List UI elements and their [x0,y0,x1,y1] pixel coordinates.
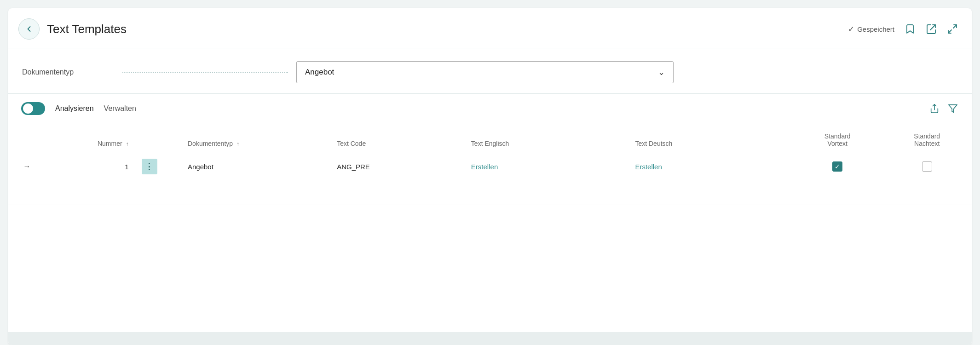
svg-line-1 [953,25,957,28]
toggle-row: Analysieren Verwalten [8,94,972,115]
col-dokumententyp-label: Dokumententyp [188,140,233,147]
col-textcode: Text Code [330,128,465,152]
textdeutsch-link[interactable]: Erstellen [635,163,662,171]
saved-status: ✓ Gespeichert [848,24,894,34]
saved-label: Gespeichert [857,25,894,33]
col-std-nachtext: StandardNachtext [882,128,972,152]
textenglisch-link[interactable]: Erstellen [471,163,498,171]
page-header: Text Templates ✓ Gespeichert [8,8,972,40]
doc-type-label: Dokumententyp [22,68,114,76]
bookmark-button[interactable] [905,23,916,34]
dotted-separator [122,72,288,73]
filter-button[interactable] [948,104,958,114]
col-std-nachtext-label: StandardNachtext [914,132,940,147]
header-actions: ✓ Gespeichert [848,23,958,34]
col-arrow [8,128,46,152]
toggle-active-label: Analysieren [55,104,94,113]
col-std-vortext-label: StandardVortext [824,132,851,147]
check-icon: ✓ [848,24,854,34]
col-textdeutsch: Text Deutsch [628,128,793,152]
row-nummer[interactable]: 1 [46,152,135,181]
row-std-vortext[interactable]: ✓ [793,152,882,181]
col-textenglisch: Text Englisch [465,128,629,152]
back-button[interactable] [18,18,40,40]
row-std-nachtext[interactable] [882,152,972,181]
bottom-bar [8,332,972,345]
col-dokumententyp[interactable]: Dokumententyp ↑ [181,128,330,152]
page-title: Text Templates [47,22,841,36]
row-nav-arrow[interactable]: → [8,152,46,181]
data-table-wrapper: Nummer ↑ Dokumententyp ↑ Text Code Text … [8,128,972,332]
doc-type-value: Angebot [305,68,334,77]
col-textcode-label: Text Code [337,140,366,147]
toggle-switch[interactable] [21,102,45,115]
svg-marker-4 [949,105,957,113]
svg-line-2 [948,30,951,33]
table-row: → 1 ⋮ Angebot ANG_PRE Erstellen [8,152,972,181]
toggle-row-actions [929,104,958,114]
toggle-inactive-label[interactable]: Verwalten [104,104,136,113]
sort-icon-nummer: ↑ [126,141,129,147]
svg-line-0 [930,25,935,30]
col-textdeutsch-label: Text Deutsch [635,140,672,147]
empty-row [8,181,972,205]
std-vortext-checkbox[interactable]: ✓ [832,161,842,172]
col-nummer-label: Nummer [98,140,122,147]
export-button[interactable] [929,104,940,114]
row-textenglisch[interactable]: Erstellen [465,152,629,181]
sort-icon-dokumententyp: ↑ [236,141,239,147]
share-button[interactable] [926,23,937,34]
doc-type-row: Dokumententyp Angebot ⌄ [8,48,972,83]
row-dokumententyp: Angebot [181,152,330,181]
dokumententyp-value: Angebot [188,163,213,171]
col-ctx [135,128,181,152]
std-nachtext-checkbox[interactable] [922,161,932,172]
expand-button[interactable] [947,23,958,34]
nummer-value: 1 [125,163,128,171]
chevron-down-icon: ⌄ [658,67,665,77]
context-menu-button[interactable]: ⋮ [142,159,157,174]
empty-cell [8,181,972,205]
col-nummer[interactable]: Nummer ↑ [46,128,135,152]
doc-type-select[interactable]: Angebot ⌄ [296,61,674,83]
toggle-knob [23,104,33,114]
col-std-vortext: StandardVortext [793,128,882,152]
textcode-value: ANG_PRE [337,163,370,171]
col-textenglisch-label: Text Englisch [471,140,509,147]
row-context-menu-cell: ⋮ [135,152,181,181]
table-header-row: Nummer ↑ Dokumententyp ↑ Text Code Text … [8,128,972,152]
row-textcode: ANG_PRE [330,152,465,181]
row-textdeutsch[interactable]: Erstellen [628,152,793,181]
data-table: Nummer ↑ Dokumententyp ↑ Text Code Text … [8,128,972,205]
